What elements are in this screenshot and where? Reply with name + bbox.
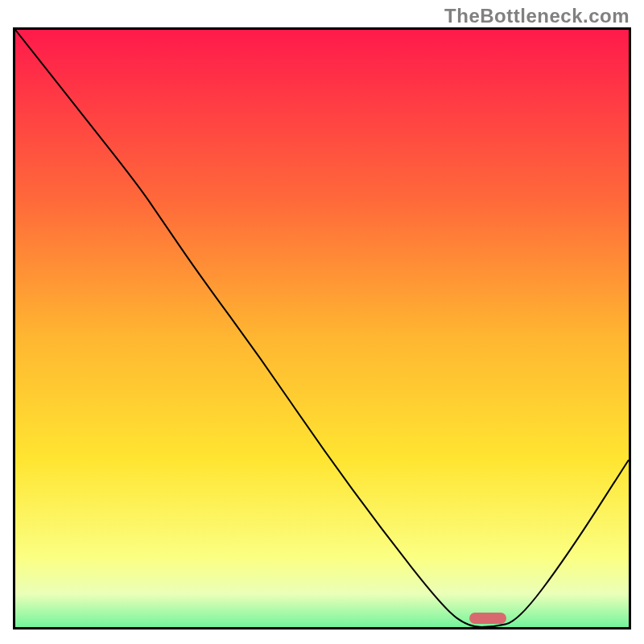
bottleneck-curve: [15, 30, 629, 627]
plot-area: [13, 27, 631, 630]
watermark-text: TheBottleneck.com: [444, 5, 630, 27]
chart-container: TheBottleneck.com: [0, 0, 644, 644]
optimal-range-marker: [469, 613, 506, 624]
